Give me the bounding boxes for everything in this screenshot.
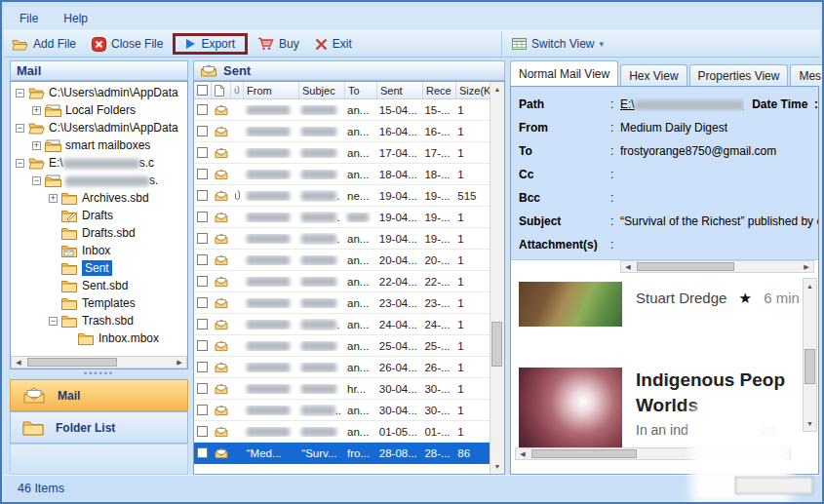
tree-item[interactable]: Drafts.sbd xyxy=(12,224,186,242)
row-checkbox[interactable] xyxy=(194,254,212,265)
scroll-up-icon[interactable]: ▲ xyxy=(490,82,504,97)
mail-row[interactable]: an...17-04...17-...1 xyxy=(194,142,490,164)
row-checkbox[interactable] xyxy=(194,426,212,437)
fields-horizontal-scrollbar[interactable]: ◀ ▶ xyxy=(620,260,814,273)
mail-row[interactable]: an...23-04...23-...1 xyxy=(194,292,490,314)
scroll-left-icon[interactable]: ◀ xyxy=(12,357,25,368)
nav-folder-list-button[interactable]: Folder List xyxy=(10,411,188,444)
row-checkbox[interactable] xyxy=(194,297,212,308)
mail-row[interactable]: an...25-04...25-...1 xyxy=(194,335,490,357)
scroll-left-icon[interactable]: ◀ xyxy=(516,448,530,459)
tree-item[interactable]: −C:\Users\admin\AppData xyxy=(12,119,186,136)
row-checkbox[interactable] xyxy=(194,233,212,244)
tree-item[interactable]: Inbox.mbox xyxy=(12,330,186,347)
row-checkbox[interactable] xyxy=(194,362,212,372)
expand-icon[interactable]: + xyxy=(49,194,58,203)
path-link[interactable]: E:\.c xyxy=(620,97,744,111)
scrollbar-thumb[interactable] xyxy=(531,449,637,458)
scrollbar-thumb[interactable] xyxy=(804,349,815,384)
tree-item[interactable]: +Archives.sbd xyxy=(12,189,186,207)
mail-row[interactable]: .19-04...19-...1 xyxy=(194,207,490,228)
body-vertical-scrollbar[interactable]: ▲ ▼ xyxy=(803,278,817,432)
tree-item[interactable]: −E:\s.c xyxy=(12,154,186,172)
mail-row[interactable]: ..an...30-04...30-...1 xyxy=(194,400,490,421)
mail-row[interactable]: an...22-04...22-...1 xyxy=(194,271,490,292)
mail-row[interactable]: an...01-05...01-...1 xyxy=(194,421,490,443)
mail-row[interactable]: .an...24-04...24-...1 xyxy=(194,314,490,335)
menu-file[interactable]: File xyxy=(20,12,38,25)
row-checkbox[interactable] xyxy=(194,405,212,415)
mail-row[interactable]: .ne...19-04...19-...515 xyxy=(194,185,490,207)
add-file-button[interactable]: Add File xyxy=(4,34,84,54)
scroll-up-icon[interactable]: ▲ xyxy=(804,279,816,293)
collapse-icon[interactable]: − xyxy=(16,89,24,97)
tree-item[interactable]: −C:\Users\admin\AppData xyxy=(12,84,186,101)
mail-row[interactable]: an...18-04...18-...1 xyxy=(194,164,490,185)
tree-item[interactable]: Inbox xyxy=(12,242,186,259)
scroll-down-icon[interactable]: ▼ xyxy=(490,459,504,474)
row-checkbox[interactable] xyxy=(194,340,212,351)
row-checkbox[interactable] xyxy=(194,126,212,136)
column-to[interactable]: To xyxy=(345,82,377,98)
row-checkbox[interactable] xyxy=(194,212,212,222)
switch-view-button[interactable]: Switch View ▾ xyxy=(501,31,604,57)
scroll-right-icon[interactable]: ▶ xyxy=(173,357,186,368)
tree-item[interactable]: −Trash.sbd xyxy=(12,312,186,330)
mail-list-vertical-scrollbar[interactable]: ▲ ▼ xyxy=(490,82,504,474)
tree-item[interactable]: −s. xyxy=(12,172,186,189)
tree-item-selected[interactable]: Sent xyxy=(12,259,186,277)
column-subject[interactable]: Subjec xyxy=(299,82,345,98)
tab-properties-view[interactable]: Properties View xyxy=(689,64,789,86)
panel-splitter[interactable]: •••••• xyxy=(10,369,188,379)
paperclip-column-icon[interactable] xyxy=(231,82,244,98)
column-sent[interactable]: Sent xyxy=(377,82,423,98)
tree-item[interactable]: +Local Folders xyxy=(12,101,186,119)
row-checkbox[interactable] xyxy=(194,447,212,458)
mail-row[interactable]: an...16-04...16-...1 xyxy=(194,121,490,142)
row-checkbox[interactable] xyxy=(194,319,212,330)
column-size[interactable]: Size(KB) xyxy=(456,82,491,98)
row-checkbox[interactable] xyxy=(194,190,212,201)
row-checkbox[interactable] xyxy=(194,104,212,115)
mail-row[interactable]: an...15-04...15-...1 xyxy=(194,99,490,121)
column-from[interactable]: From xyxy=(244,82,299,98)
exit-button[interactable]: Exit xyxy=(307,34,360,54)
page-column-icon[interactable] xyxy=(212,82,231,98)
scrollbar-thumb[interactable] xyxy=(491,322,502,367)
collapse-icon[interactable]: − xyxy=(49,317,58,326)
tab-normal-mail-view[interactable]: Normal Mail View xyxy=(510,60,618,86)
checkbox-column-icon[interactable] xyxy=(194,82,212,98)
collapse-icon[interactable]: − xyxy=(16,159,24,168)
menu-help[interactable]: Help xyxy=(63,12,88,25)
tree-item[interactable]: Drafts xyxy=(12,207,186,224)
tree-item[interactable]: Sent.sbd xyxy=(12,277,186,294)
scroll-right-icon[interactable]: ▶ xyxy=(800,261,813,272)
scroll-down-icon[interactable]: ▼ xyxy=(804,416,816,431)
column-received[interactable]: Rece xyxy=(423,82,456,98)
collapse-icon[interactable]: − xyxy=(16,124,24,133)
tree-horizontal-scrollbar[interactable]: ◀ ▶ xyxy=(11,356,187,368)
row-checkbox[interactable] xyxy=(194,169,212,179)
mail-row-selected[interactable]: “Med...“Surv...fro...28-08...28-...86 xyxy=(194,443,490,464)
mail-row[interactable]: an...20-04...20-...1 xyxy=(194,250,490,271)
scrollbar-thumb[interactable] xyxy=(637,262,734,271)
nav-mail-button[interactable]: Mail xyxy=(10,379,188,411)
row-checkbox[interactable] xyxy=(194,383,212,394)
mail-row[interactable]: .an...19-04...19-...1 xyxy=(194,228,490,250)
expand-icon[interactable]: + xyxy=(32,106,41,115)
row-checkbox[interactable] xyxy=(194,276,212,287)
export-button[interactable]: Export xyxy=(173,33,248,55)
row-checkbox[interactable] xyxy=(194,147,212,158)
close-file-button[interactable]: Close File xyxy=(84,34,171,55)
expand-icon[interactable]: + xyxy=(32,141,41,150)
mail-row[interactable]: hr...30-04...30-...1 xyxy=(194,378,490,400)
scroll-left-icon[interactable]: ◀ xyxy=(621,261,635,272)
tree-item[interactable]: Templates xyxy=(12,294,186,312)
collapse-icon[interactable]: − xyxy=(32,176,41,185)
tab-message-view[interactable]: Mes xyxy=(790,64,824,86)
mail-row[interactable]: an...26-04...26-...1 xyxy=(194,357,490,378)
scrollbar-thumb[interactable] xyxy=(27,358,117,367)
tab-hex-view[interactable]: Hex View xyxy=(620,64,687,86)
buy-button[interactable]: Buy xyxy=(250,34,307,54)
tree-item[interactable]: +smart mailboxes xyxy=(12,136,186,154)
